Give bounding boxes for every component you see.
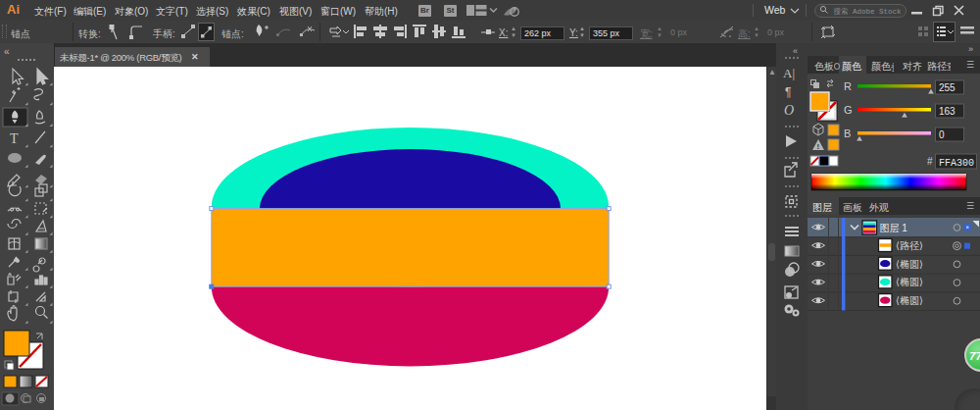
svg-text:O: O — [784, 103, 794, 118]
svg-text:77: 77 — [969, 350, 980, 362]
svg-text:255: 255 — [939, 82, 956, 93]
svg-text:A|: A| — [783, 66, 795, 80]
svg-text:G: G — [844, 104, 853, 116]
svg-text:163: 163 — [939, 106, 956, 117]
svg-text:图层 1: 图层 1 — [880, 223, 908, 233]
svg-text:FFA300: FFA300 — [939, 158, 974, 169]
svg-text:B: B — [844, 128, 851, 139]
svg-text:R: R — [844, 80, 852, 92]
svg-text:#: # — [927, 156, 933, 167]
svg-text:«: « — [4, 46, 10, 57]
svg-text:T: T — [10, 131, 19, 146]
svg-text:⟨椭圆⟩: ⟨椭圆⟩ — [896, 295, 923, 306]
svg-text:⟨椭圆⟩: ⟨椭圆⟩ — [896, 259, 923, 270]
svg-text:¶: ¶ — [785, 85, 791, 99]
svg-text:0: 0 — [939, 129, 945, 140]
svg-text:«: « — [793, 46, 798, 56]
svg-text:⟨路径⟩: ⟨路径⟩ — [896, 240, 923, 251]
svg-text:!: ! — [817, 142, 820, 151]
svg-text:⟨椭圆⟩: ⟨椭圆⟩ — [896, 277, 923, 287]
